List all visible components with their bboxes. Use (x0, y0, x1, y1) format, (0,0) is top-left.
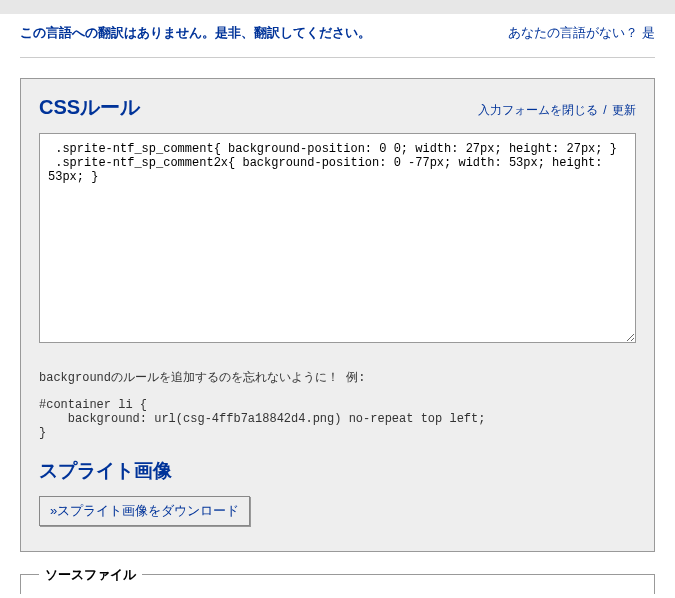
source-files-legend: ソースファイル (39, 566, 142, 584)
code-example: #container li { background: url(csg-4ffb… (39, 398, 636, 440)
background-hint: backgroundのルールを追加するのを忘れないように！ 例: (39, 369, 636, 386)
css-rules-textarea[interactable] (39, 133, 636, 343)
download-sprite-button[interactable]: »スプライト画像をダウンロード (39, 496, 250, 526)
refresh-link[interactable]: 更新 (612, 103, 636, 117)
header-divider (20, 57, 655, 58)
panel-header: CSSルール 入力フォームを閉じる / 更新 (39, 94, 636, 121)
panel-title: CSSルール (39, 94, 140, 121)
sprite-image-title: スプライト画像 (39, 458, 636, 484)
panel-links: 入力フォームを閉じる / 更新 (478, 102, 636, 119)
language-question-link[interactable]: あなたの言語がない？ 是 (508, 24, 655, 42)
close-form-link[interactable]: 入力フォームを閉じる (478, 103, 598, 117)
source-files-fieldset: ソースファイル (20, 574, 655, 594)
translation-notice: この言語への翻訳はありません。是非、翻訳してください。 (20, 24, 371, 42)
link-separator: / (603, 103, 606, 117)
header-row: この言語への翻訳はありません。是非、翻訳してください。 あなたの言語がない？ 是 (0, 14, 675, 57)
css-rules-panel: CSSルール 入力フォームを閉じる / 更新 backgroundのルールを追加… (20, 78, 655, 552)
top-bar (0, 0, 675, 14)
